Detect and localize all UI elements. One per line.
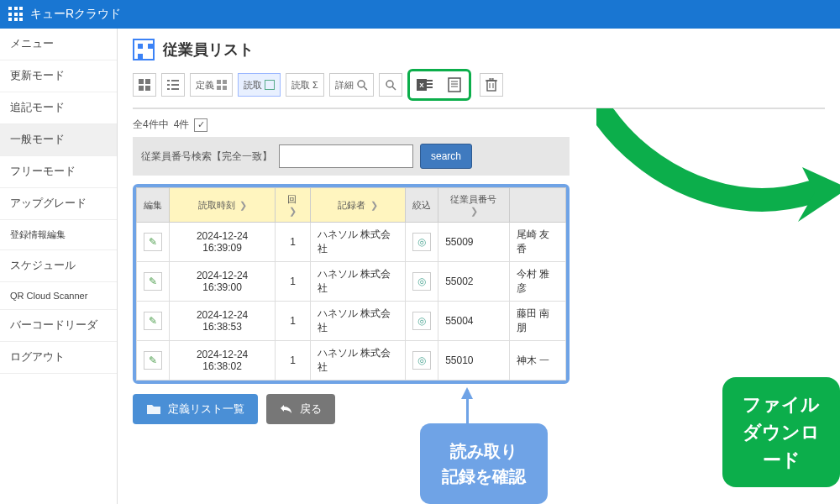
filter-button[interactable]: ◎ (412, 272, 431, 291)
svg-rect-22 (427, 87, 433, 88)
cell-recorder: ハネソル 株式会社 (310, 223, 405, 262)
cell-empnum: 55004 (438, 302, 510, 341)
filter-button[interactable]: ◎ (412, 233, 431, 251)
count-shown: 4件 (174, 118, 190, 132)
sidebar-item-logout[interactable]: ログアウト (0, 342, 117, 374)
sidebar-item-append[interactable]: 追記モード (0, 92, 117, 124)
cell-empnum: 55002 (438, 262, 510, 302)
toolbar: 定義 読取 読取 Σ 詳細 X (133, 69, 825, 109)
back-button[interactable]: 戻る (266, 394, 335, 424)
sidebar-item-upgrade[interactable]: アップグレード (0, 188, 117, 220)
filter-button[interactable]: ◎ (412, 351, 431, 370)
svg-text:X: X (419, 81, 424, 89)
main-content: 従業員リスト 定義 読取 読取 Σ 詳細 X 全4件中 4件 ✓ 従業員番号検索… (118, 29, 840, 504)
cell-count: 1 (276, 223, 311, 262)
svg-rect-11 (223, 80, 227, 84)
col-header[interactable]: 編集 (137, 188, 170, 223)
sidebar-item-menu[interactable]: メニュー (0, 29, 117, 60)
svg-point-16 (386, 81, 393, 87)
detail-button[interactable]: 詳細 (329, 73, 374, 97)
search-label: 従業員番号検索【完全一致】 (141, 150, 272, 164)
cell-time: 2024-12-24 16:38:02 (170, 341, 276, 381)
results-table: 編集読取時刻 ❯回 ❯記録者 ❯絞込従業員番号 ❯ ✎2024-12-24 16… (133, 184, 570, 384)
sidebar-item-scanner[interactable]: QR Cloud Scanner (0, 282, 117, 310)
definition-button[interactable]: 定義 (190, 73, 233, 97)
col-header[interactable]: 従業員番号 ❯ (438, 188, 510, 223)
cell-name: 尾崎 友香 (509, 223, 565, 262)
svg-rect-27 (487, 81, 496, 91)
folder-icon (146, 403, 161, 415)
arrow-annotation (596, 108, 840, 260)
excel-download-button[interactable]: X (412, 73, 438, 97)
col-header[interactable] (509, 188, 565, 223)
svg-rect-3 (145, 86, 150, 91)
edit-button[interactable]: ✎ (144, 233, 162, 251)
svg-rect-4 (167, 80, 170, 81)
edit-button[interactable]: ✎ (144, 312, 162, 330)
search-button[interactable]: search (420, 144, 472, 169)
svg-rect-8 (167, 88, 170, 90)
csv-icon (447, 77, 462, 92)
qr-icon (133, 39, 155, 60)
sidebar-item-update[interactable]: 更新モード (0, 60, 117, 92)
callout-download: ファイル ダウンロード (722, 377, 840, 487)
app-title: キューRクラウド (30, 7, 121, 22)
sidebar-item-general[interactable]: 一般モード (0, 124, 117, 156)
count-total: 全4件中 (133, 118, 169, 132)
cell-time: 2024-12-24 16:39:00 (170, 262, 276, 302)
svg-rect-29 (490, 78, 493, 80)
svg-point-14 (358, 81, 365, 87)
list-view-button[interactable] (161, 73, 185, 97)
svg-rect-20 (427, 80, 433, 81)
csv-download-button[interactable] (442, 73, 467, 97)
filter-button[interactable]: ◎ (412, 312, 431, 330)
svg-line-17 (392, 87, 396, 90)
cell-recorder: ハネソル 株式会社 (310, 262, 405, 302)
table-row: ✎2024-12-24 16:38:021ハネソル 株式会社◎55010神木 一 (137, 341, 566, 381)
cell-name: 今村 雅彦 (509, 262, 565, 302)
select-all-check[interactable]: ✓ (194, 118, 207, 132)
cell-count: 1 (276, 341, 311, 381)
edit-button[interactable]: ✎ (144, 351, 162, 370)
definition-list-button[interactable]: 定義リスト一覧 (133, 394, 258, 424)
excel-icon: X (417, 77, 433, 92)
read-sum-button[interactable]: 読取 Σ (286, 73, 324, 97)
undo-icon (280, 403, 293, 415)
search-input[interactable] (279, 144, 413, 168)
download-group: X (407, 69, 471, 101)
cell-recorder: ハネソル 株式会社 (310, 341, 405, 381)
search-bar: 従業員番号検索【完全一致】 search (133, 137, 570, 176)
svg-rect-0 (139, 79, 144, 84)
svg-line-15 (364, 87, 367, 90)
sidebar-item-reginfo[interactable]: 登録情報編集 (0, 220, 117, 250)
grid-view-button[interactable] (133, 73, 156, 97)
table-row: ✎2024-12-24 16:38:531ハネソル 株式会社◎55004藤田 南… (137, 302, 566, 341)
sidebar-item-schedule[interactable]: スケジュール (0, 250, 117, 282)
trash-button[interactable] (480, 73, 503, 97)
col-header[interactable]: 回 ❯ (276, 188, 311, 223)
apps-grid-icon (8, 7, 24, 22)
read-qr-button[interactable]: 読取 (238, 73, 281, 97)
svg-rect-6 (167, 84, 170, 86)
table-row: ✎2024-12-24 16:39:091ハネソル 株式会社◎55009尾崎 友… (137, 223, 566, 262)
cell-time: 2024-12-24 16:39:09 (170, 223, 276, 262)
sidebar-item-free[interactable]: フリーモード (0, 156, 117, 188)
cell-empnum: 55009 (438, 223, 510, 262)
sidebar: メニュー 更新モード 追記モード 一般モード フリーモード アップグレード 登録… (0, 29, 118, 504)
trash-icon (486, 78, 497, 92)
cell-empnum: 55010 (438, 341, 510, 381)
svg-rect-12 (217, 86, 221, 90)
cell-recorder: ハネソル 株式会社 (310, 302, 405, 341)
col-header[interactable]: 読取時刻 ❯ (170, 188, 276, 223)
cell-name: 神木 一 (509, 341, 565, 381)
svg-rect-5 (171, 80, 179, 81)
svg-rect-2 (139, 86, 144, 91)
search-toolbar-button[interactable] (379, 73, 402, 97)
col-header[interactable]: 記録者 ❯ (310, 188, 405, 223)
edit-button[interactable]: ✎ (144, 272, 162, 291)
sidebar-item-barcode[interactable]: バーコードリーダ (0, 310, 117, 342)
svg-rect-1 (145, 79, 150, 84)
cell-count: 1 (276, 262, 311, 302)
col-header[interactable]: 絞込 (406, 188, 438, 223)
svg-rect-13 (223, 86, 227, 90)
